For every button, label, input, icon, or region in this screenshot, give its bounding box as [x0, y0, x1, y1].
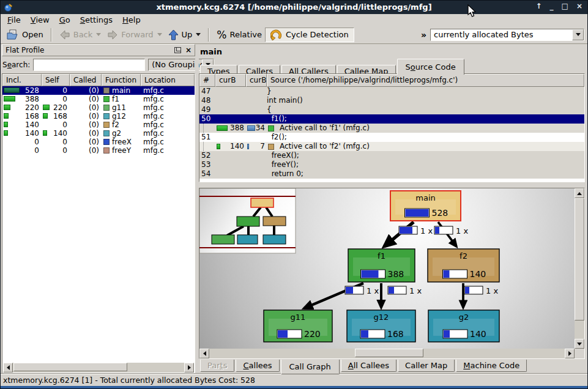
back-button[interactable]: Back	[56, 29, 105, 41]
curbk-value: 7	[260, 142, 265, 151]
event-type-combobox[interactable]: currently allocated Bytes	[430, 29, 584, 41]
source-line-row[interactable]: 50 f1();	[199, 114, 584, 124]
source-line-row[interactable]: 54 return 0;	[199, 169, 584, 179]
graph-overview-minimap[interactable]	[199, 188, 296, 253]
table-row-g2[interactable]: 140140(0)g2mfg.c	[2, 129, 195, 138]
search-input[interactable]	[33, 59, 145, 71]
column-header-called[interactable]: Called	[70, 74, 102, 86]
call-graph-canvas[interactable]: 1 x1 x1 x1 x1 xmain528f1388f2140g11220g1…	[199, 188, 575, 349]
column-header-self[interactable]: Self	[42, 74, 70, 86]
scroll-down-button[interactable]	[575, 339, 584, 349]
menu-help[interactable]: Help	[117, 15, 146, 25]
source-line-row[interactable]: 47}	[199, 87, 584, 96]
scrollbar-thumb[interactable]	[355, 349, 423, 357]
graph-node-f1[interactable]: f1388	[348, 249, 415, 282]
incl-cell: 388	[2, 95, 42, 103]
scroll-left-button[interactable]	[199, 349, 209, 358]
column-header-location[interactable]: Location	[141, 74, 195, 86]
graph-node-main[interactable]: main528	[390, 191, 461, 221]
column-header-function[interactable]: Function	[102, 74, 141, 86]
source-code-text: return 0;	[267, 169, 584, 179]
table-row-g11[interactable]: 220220(0)g11mfg.c	[2, 103, 195, 112]
menu-go[interactable]: Go	[54, 15, 75, 25]
table-row-main[interactable]: 5280(0)mainmfg.c	[2, 86, 195, 95]
tab-all-callees[interactable]: All Callees	[341, 360, 396, 372]
mouse-cursor	[467, 4, 476, 18]
close-button-icon[interactable]: ×	[576, 2, 582, 10]
tab-caller-map[interactable]: Caller Map	[398, 360, 455, 372]
menu-settings[interactable]: Settings	[75, 15, 117, 25]
source-line-row[interactable]: 48int main()	[199, 96, 584, 105]
source-line-row[interactable]: 51 f2();	[199, 133, 584, 142]
back-dropdown-chevron-icon[interactable]	[96, 33, 101, 36]
table-row-freeX[interactable]: 00(0)freeXmfg.c	[2, 138, 195, 146]
forward-button[interactable]: Forward	[104, 29, 165, 41]
scroll-up-button[interactable]	[575, 188, 584, 198]
graph-vscrollbar[interactable]	[575, 188, 584, 349]
minimap-node-f2	[263, 217, 286, 226]
table-row-freeY[interactable]: 00(0)freeYmfg.c	[2, 146, 195, 155]
node-cost-value: 220	[304, 329, 321, 339]
source-line-row[interactable]: 52 freeX();	[199, 151, 584, 160]
title-bar[interactable]: xtmemory.kcg.6274 [/home/philippe/valgri…	[1, 1, 587, 14]
tab-callees[interactable]: Callees	[236, 360, 279, 372]
column-header-curb[interactable]: curB	[215, 74, 246, 87]
called-cell: (0)	[70, 129, 102, 138]
horizontal-splitter[interactable]	[199, 182, 585, 188]
graph-node-g12[interactable]: g12168	[347, 310, 415, 342]
graph-node-f2[interactable]: f2140	[428, 249, 499, 282]
relative-toggle-button[interactable]: % Relative	[214, 28, 265, 42]
table-row-g12[interactable]: 168168(0)g12mfg.c	[2, 112, 195, 120]
function-name: f2	[112, 120, 119, 129]
function-name: g2	[112, 129, 121, 138]
toolbar-separator	[51, 28, 52, 42]
tab-call-graph[interactable]: Call Graph	[281, 360, 340, 374]
source-code-text: f2();	[267, 133, 584, 142]
menu-view[interactable]: View	[26, 15, 54, 25]
node-label: g11	[291, 313, 306, 322]
dock-close-icon[interactable]: ×	[185, 47, 192, 53]
scroll-right-button[interactable]	[565, 349, 575, 358]
flat-profile-hscrollbar[interactable]	[3, 363, 194, 372]
up-dropdown-chevron-icon[interactable]	[196, 33, 201, 36]
minimize-button-icon[interactable]: _	[550, 2, 554, 10]
graph-node-g11[interactable]: g11220	[264, 310, 332, 342]
up-button[interactable]: Up	[165, 28, 204, 42]
source-line-row[interactable]: 53 freeY();	[199, 160, 584, 169]
scroll-left-button[interactable]	[3, 363, 13, 372]
scrollbar-thumb[interactable]	[575, 198, 584, 320]
location-cell: mfg.c	[141, 129, 195, 138]
active-call-row[interactable]: 38834Active call to 'f1' (mfg.c)	[199, 124, 584, 133]
tab-parts: Parts	[200, 360, 234, 372]
percent-icon: %	[217, 29, 226, 41]
function-cell: main	[102, 86, 141, 95]
shade-button-icon[interactable]: ↑	[536, 2, 542, 10]
source-line-row[interactable]: 49{	[199, 105, 584, 114]
column-header-curbk[interactable]: curBk	[246, 74, 267, 87]
dock-title-bar[interactable]: Flat Profile ×	[2, 44, 195, 56]
menu-file[interactable]: File	[2, 15, 26, 25]
graph-hscrollbar[interactable]	[199, 349, 575, 358]
open-folder-icon	[7, 29, 19, 40]
graph-node-g2[interactable]: g2140	[428, 310, 499, 342]
scrollbar-thumb[interactable]	[13, 363, 127, 371]
edge-call-count: 1 x	[456, 226, 468, 235]
table-row-f1[interactable]: 3880(0)f1mfg.c	[2, 95, 195, 103]
table-row-f2[interactable]: 1400(0)f2mfg.c	[2, 120, 195, 129]
active-call-row[interactable]: 1407Active call to 'f2' (mfg.c)	[199, 142, 584, 151]
tab-source-code[interactable]: Source Code	[397, 59, 464, 75]
maximize-button-icon[interactable]: □	[562, 2, 568, 10]
column-header-line[interactable]: #	[199, 74, 215, 87]
tab-machine-code[interactable]: Machine Code	[456, 360, 527, 372]
cycle-detection-toggle-button[interactable]: Cycle Detection	[265, 28, 354, 42]
toolbar-overflow-icon[interactable]: »	[421, 30, 430, 40]
combo-dropdown-button[interactable]	[572, 29, 584, 40]
up-arrow-icon	[168, 29, 179, 40]
dock-float-icon[interactable]	[174, 47, 181, 53]
open-button[interactable]: Open	[4, 28, 47, 41]
forward-dropdown-chevron-icon[interactable]	[157, 33, 162, 36]
column-header-source[interactable]: Source ('/home/philippe/valgrind/littlep…	[267, 74, 584, 87]
edge-call-count: 1 x	[486, 286, 498, 295]
column-header-incl[interactable]: Incl.	[2, 74, 42, 86]
scroll-right-button[interactable]	[184, 363, 194, 372]
